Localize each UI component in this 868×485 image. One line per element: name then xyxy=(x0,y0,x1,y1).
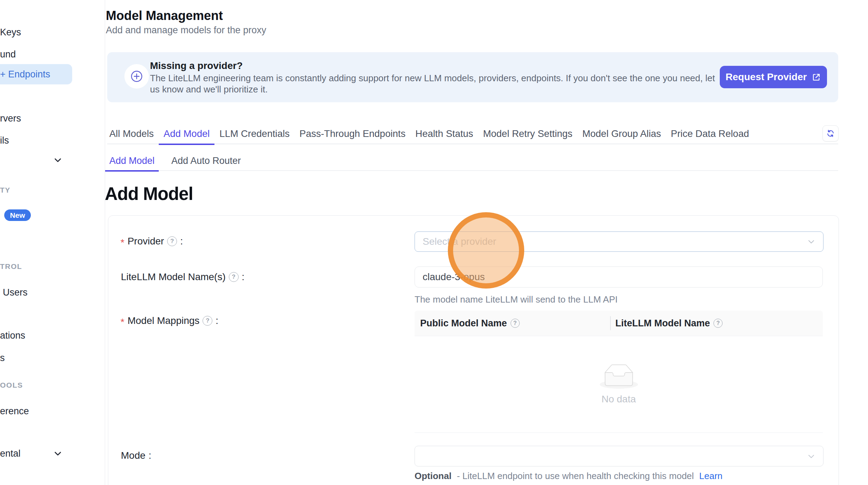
help-icon[interactable]: ? xyxy=(203,316,212,326)
sidebar-section-tools: OOLS xyxy=(0,381,23,389)
provider-select[interactable]: Select a provider xyxy=(415,231,823,252)
column-header-litellm-model-name: LiteLLM Model Name ? xyxy=(615,311,723,336)
help-icon[interactable]: ? xyxy=(229,272,239,282)
help-icon[interactable]: ? xyxy=(167,236,177,246)
mode-label: Mode : xyxy=(121,450,151,461)
new-badge: New xyxy=(4,209,31,221)
model-mappings-label: * Model Mappings ? : xyxy=(121,315,218,326)
model-mappings-table: Public Model Name ? LiteLLM Model Name ? xyxy=(415,311,823,433)
model-name-input[interactable] xyxy=(415,266,823,287)
tab-health-status[interactable]: Health Status xyxy=(410,129,478,145)
no-data-text: No data xyxy=(601,394,636,405)
add-model-heading: Add Model xyxy=(105,183,193,204)
provider-label: * Provider ? : xyxy=(121,236,183,247)
request-provider-button[interactable]: Request Provider xyxy=(720,66,827,88)
external-link-icon xyxy=(812,72,821,82)
sidebar-item-teams[interactable]: s xyxy=(0,352,5,364)
plus-circle-icon xyxy=(124,64,149,89)
sidebar-item-servers[interactable]: rvers xyxy=(0,113,21,124)
reload-icon xyxy=(826,129,835,138)
missing-provider-banner: Missing a provider? The LiteLLM engineer… xyxy=(107,52,838,102)
required-asterisk: * xyxy=(121,317,124,328)
sidebar-item-experimental[interactable]: ental xyxy=(0,448,21,459)
mode-select[interactable] xyxy=(415,446,823,466)
chevron-down-icon[interactable] xyxy=(53,155,62,165)
tab-model-retry-settings[interactable]: Model Retry Settings xyxy=(478,129,577,145)
sidebar-item-reference[interactable]: erence xyxy=(0,406,29,417)
add-model-form-card: * Provider ? : Select a provider LiteLLM… xyxy=(108,215,839,485)
sidebar-item-users[interactable]: Users xyxy=(3,287,28,298)
refresh-button[interactable] xyxy=(822,125,839,141)
chevron-down-icon[interactable] xyxy=(53,449,62,458)
tab-bar: All Models Add Model LLM Credentials Pas… xyxy=(104,129,754,145)
learn-link[interactable]: Learn xyxy=(699,471,723,481)
tab-model-group-alias[interactable]: Model Group Alias xyxy=(577,129,666,145)
model-name-label: LiteLLM Model Name(s) ? : xyxy=(121,271,245,283)
page-subtitle: Add and manage models for the proxy xyxy=(106,25,266,36)
sidebar-section-access-control: TROL xyxy=(0,262,22,271)
column-header-public-model-name: Public Model Name ? xyxy=(420,311,520,336)
subtab-bar: Add Model Add Auto Router xyxy=(105,156,245,172)
help-icon[interactable]: ? xyxy=(713,319,723,328)
sidebar: Keys und + Endpoints rvers ils TY New TR… xyxy=(0,0,105,485)
column-divider xyxy=(610,316,611,330)
provider-placeholder: Select a provider xyxy=(423,236,496,247)
tab-all-models[interactable]: All Models xyxy=(104,129,159,145)
mode-helper: Optional - LiteLLM endpoint to use when … xyxy=(415,471,723,481)
table-empty-state: No data xyxy=(415,336,823,433)
empty-inbox-icon xyxy=(600,364,638,389)
subtab-add-model[interactable]: Add Model xyxy=(105,156,159,172)
model-name-helper: The model name LiteLLM will send to the … xyxy=(415,294,618,305)
sidebar-item-keys[interactable]: Keys xyxy=(0,27,21,38)
sidebar-section-label: TY xyxy=(0,186,11,194)
model-management-page: { "page": { "title": "Model Management",… xyxy=(0,0,868,485)
tab-pass-through-endpoints[interactable]: Pass-Through Endpoints xyxy=(295,129,411,145)
table-header-row: Public Model Name ? LiteLLM Model Name ? xyxy=(415,311,823,336)
banner-title: Missing a provider? xyxy=(150,60,243,71)
help-icon[interactable]: ? xyxy=(511,319,520,328)
sidebar-item-guardrails[interactable]: ils xyxy=(0,135,9,146)
banner-body: The LiteLLM engineering team is constant… xyxy=(150,72,719,95)
chevron-down-icon xyxy=(807,452,815,460)
tab-price-data-reload[interactable]: Price Data Reload xyxy=(666,129,754,145)
sidebar-item-organizations[interactable]: ations xyxy=(0,330,25,341)
page-title: Model Management xyxy=(106,8,223,23)
tab-add-model[interactable]: Add Model xyxy=(159,129,214,145)
sidebar-item-endpoints-active[interactable]: + Endpoints xyxy=(0,64,72,84)
chevron-down-icon xyxy=(807,237,815,246)
subtab-add-auto-router[interactable]: Add Auto Router xyxy=(167,156,245,172)
tab-llm-credentials[interactable]: LLM Credentials xyxy=(214,129,294,145)
sidebar-item-playground[interactable]: und xyxy=(0,49,16,60)
required-asterisk: * xyxy=(121,237,124,248)
